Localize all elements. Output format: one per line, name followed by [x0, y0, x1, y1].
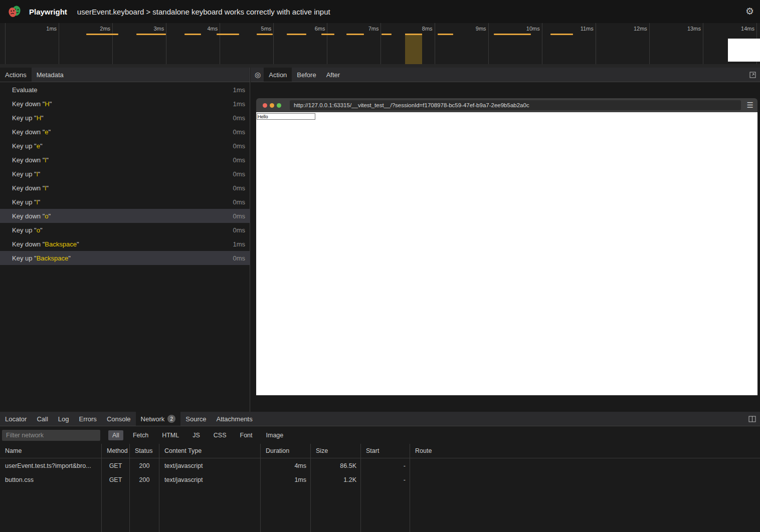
column-header-status[interactable]: Status [130, 444, 159, 458]
timeline-ms-label: 10ms [512, 26, 540, 32]
column-header-duration[interactable]: Duration [261, 444, 311, 458]
tab-console[interactable]: Console [102, 412, 136, 426]
panel-layout-toggle-icon[interactable] [748, 412, 760, 426]
action-list-item[interactable]: Key down "H"1ms [0, 97, 250, 111]
network-row-cell[interactable] [410, 473, 760, 487]
timeline-ms-label: 12ms [619, 26, 647, 32]
tab-call[interactable]: Call [32, 412, 53, 426]
timeline-ms-label: 4ms [189, 26, 218, 32]
network-row-cell[interactable]: text/javascript [159, 458, 261, 473]
tab-before[interactable]: Before [292, 68, 321, 82]
tab-attachments[interactable]: Attachments [211, 412, 257, 426]
table-filler-cell [410, 487, 760, 532]
page-text-input[interactable] [257, 113, 315, 120]
test-title-breadcrumb: userEvent.keyboard > standalone keyboard… [77, 8, 330, 16]
tab-errors[interactable]: Errors [74, 412, 101, 426]
snapshot-browser: http://127.0.0.1:63315/__vitest_test__/?… [256, 98, 757, 395]
network-row-cell[interactable] [410, 458, 760, 473]
filter-fetch[interactable]: Fetch [129, 430, 152, 440]
network-row-cell[interactable]: 1.2K [311, 473, 361, 487]
network-row-cell[interactable]: 1ms [261, 473, 311, 487]
network-row-cell[interactable]: userEvent.test.ts?import&bro... [0, 458, 102, 473]
timeline-resize-gutter[interactable] [0, 64, 760, 68]
timeline-action-tick[interactable] [382, 34, 392, 35]
network-row-cell[interactable]: 200 [130, 473, 159, 487]
network-row-cell[interactable]: GET [102, 458, 130, 473]
tab-label: Errors [79, 415, 96, 423]
timeline-action-tick[interactable] [217, 34, 239, 35]
timeline-gridline [166, 23, 166, 64]
column-header-start[interactable]: Start [361, 444, 410, 458]
network-row-cell[interactable]: - [361, 473, 410, 487]
timeline-ms-label: 6ms [297, 26, 325, 32]
action-key-quote: " [40, 226, 43, 234]
action-duration: 0ms [233, 128, 245, 136]
column-header-route[interactable]: Route [410, 444, 760, 458]
tab-locator[interactable]: Locator [0, 412, 32, 426]
action-key-value: H [37, 114, 41, 122]
network-row-cell[interactable]: button.css [0, 473, 102, 487]
tab-after[interactable]: After [321, 68, 345, 82]
filter-all[interactable]: All [108, 430, 123, 440]
network-row-cell[interactable]: 200 [130, 458, 159, 473]
action-list-item[interactable]: Key up "e"0ms [0, 139, 250, 153]
action-duration: 0ms [233, 198, 245, 206]
timeline-ms-label: 1ms [29, 26, 57, 32]
action-list-item[interactable]: Key up "l"0ms [0, 195, 250, 209]
tab-log[interactable]: Log [53, 412, 74, 426]
timeline-screenshot-thumbnail[interactable] [728, 39, 760, 62]
timeline-action-tick[interactable] [86, 34, 118, 35]
action-list-item[interactable]: Key down "l"0ms [0, 181, 250, 195]
action-list-item[interactable]: Key down "e"0ms [0, 125, 250, 139]
action-list-item[interactable]: Key down "o"0ms [0, 209, 250, 223]
network-row-cell[interactable]: GET [102, 473, 130, 487]
tab-network[interactable]: Network2 [136, 412, 181, 426]
action-label: Key down " [12, 156, 45, 164]
action-list-item[interactable]: Key down "l"0ms [0, 153, 250, 167]
tab-metadata[interactable]: Metadata [32, 68, 69, 82]
column-header-name[interactable]: Name [0, 444, 102, 458]
action-list-item[interactable]: Key up "Backspace"0ms [0, 251, 250, 265]
settings-gear-icon[interactable]: ⚙ [745, 6, 754, 17]
timeline-action-tick[interactable] [136, 34, 166, 35]
timeline-gridline [596, 23, 596, 64]
column-header-content-type[interactable]: Content Type [159, 444, 261, 458]
tab-actions[interactable]: Actions [0, 68, 32, 82]
network-row-cell[interactable]: - [361, 458, 410, 473]
pick-locator-target-icon[interactable]: ◎ [254, 68, 264, 82]
network-row-cell[interactable]: text/javascript [159, 473, 261, 487]
action-list-item[interactable]: Evaluate1ms [0, 83, 250, 97]
tab-source[interactable]: Source [180, 412, 211, 426]
column-header-method[interactable]: Method [102, 444, 130, 458]
network-filter-input[interactable] [2, 430, 100, 441]
timeline-action-tick[interactable] [438, 34, 453, 35]
filter-css[interactable]: CSS [210, 430, 231, 440]
action-list-item[interactable]: Key up "o"0ms [0, 223, 250, 237]
action-list-item[interactable]: Key up "H"0ms [0, 111, 250, 125]
column-header-size[interactable]: Size [311, 444, 361, 458]
action-list-item[interactable]: Key down "Backspace"1ms [0, 237, 250, 251]
filter-js[interactable]: JS [188, 430, 204, 440]
action-label: Key down " [12, 212, 45, 220]
timeline-action-tick[interactable] [346, 34, 364, 35]
timeline-action-tick[interactable] [494, 34, 531, 35]
action-list-item[interactable]: Key up "l"0ms [0, 167, 250, 181]
action-key-quote: " [49, 212, 51, 220]
action-duration: 1ms [233, 100, 245, 108]
action-duration: 0ms [233, 254, 245, 262]
action-key-value: H [45, 100, 49, 108]
timeline-action-tick[interactable] [550, 34, 573, 35]
timeline-selected-range[interactable] [405, 34, 422, 64]
filter-html[interactable]: HTML [158, 430, 183, 440]
open-snapshot-external-icon[interactable] [749, 68, 760, 82]
timeline-action-tick[interactable] [257, 34, 273, 35]
timeline[interactable]: 1ms2ms3ms4ms5ms6ms7ms8ms9ms10ms11ms12ms1… [0, 23, 760, 68]
network-row-cell[interactable]: 4ms [261, 458, 311, 473]
filter-font[interactable]: Font [236, 430, 257, 440]
timeline-action-tick[interactable] [184, 34, 201, 35]
timeline-action-tick[interactable] [287, 34, 306, 35]
timeline-action-tick[interactable] [321, 34, 334, 35]
network-row-cell[interactable]: 86.5K [311, 458, 361, 473]
filter-image[interactable]: Image [262, 430, 288, 440]
tab-action[interactable]: Action [264, 68, 292, 82]
